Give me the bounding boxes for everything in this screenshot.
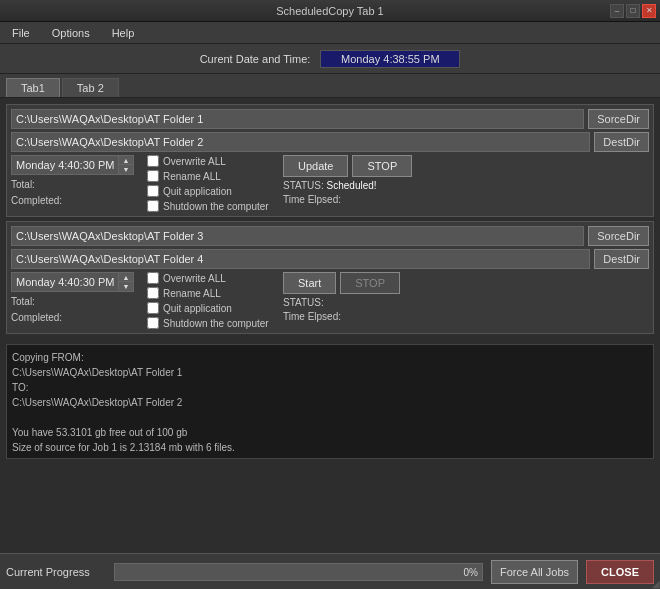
job2-action-buttons: Start STOP [283,272,649,294]
job1-status-label: STATUS: [283,180,324,191]
job2-time-input[interactable] [11,272,119,292]
job1-dest-dir-button[interactable]: DestDir [594,132,649,152]
job2-start-button[interactable]: Start [283,272,336,294]
job1-time-elapsed: Time Elpsed: [283,194,649,205]
resize-grip[interactable]: ◢ [648,577,660,589]
datetime-display: Monday 4:38:55 PM [320,50,460,68]
footer-bar: Current Progress 0% Force All Jobs CLOSE [0,553,660,589]
tabs-bar: Tab1 Tab 2 [0,74,660,98]
job1-stop-button[interactable]: STOP [352,155,412,177]
job1-time-picker: ▲ ▼ Total: Completed: [11,155,141,209]
job1-update-button[interactable]: Update [283,155,348,177]
tab-2[interactable]: Tab 2 [62,78,119,97]
job2-rename-all-row: Rename ALL [147,287,277,299]
job2-overwrite-all-checkbox[interactable] [147,272,159,284]
force-all-jobs-button[interactable]: Force All Jobs [491,560,578,584]
job1-rename-all-label: Rename ALL [163,171,221,182]
job1-dest-input[interactable] [11,132,590,152]
close-button[interactable]: CLOSE [586,560,654,584]
job2-quit-app-row: Quit application [147,302,277,314]
job2-total-label: Total: [11,294,141,310]
job1-time-spinner: ▲ ▼ [119,155,134,175]
job2-dest-input[interactable] [11,249,590,269]
job1-shutdown-row: Shutdown the computer [147,200,277,212]
menu-bar: File Options Help [0,22,660,44]
progress-bar-wrap: 0% [114,563,483,581]
job1-source-input[interactable] [11,109,584,129]
title-bar-text: ScheduledCopy Tab 1 [276,5,383,17]
job2-rename-all-checkbox[interactable] [147,287,159,299]
datetime-label: Curent Date and Time: [200,53,311,65]
job2-status-label: STATUS: [283,297,324,308]
job1-rename-all-checkbox[interactable] [147,170,159,182]
job2-dest-row: DestDir [11,249,649,269]
job1-overwrite-all-checkbox[interactable] [147,155,159,167]
job-1-section: SorceDir DestDir ▲ ▼ Total: Completed: [6,104,654,217]
job2-shutdown-row: Shutdown the computer [147,317,277,329]
job2-completed-label: Completed: [11,310,141,326]
progress-label: Current Progress [6,566,106,578]
progress-pct: 0% [464,566,478,577]
job2-source-dir-button[interactable]: SorceDir [588,226,649,246]
job2-time-picker: ▲ ▼ Total: Completed: [11,272,141,326]
job-2-section: SorceDir DestDir ▲ ▼ Total: Completed: [6,221,654,334]
tab-1[interactable]: Tab1 [6,78,60,97]
job2-shutdown-checkbox[interactable] [147,317,159,329]
maximize-button[interactable]: □ [626,4,640,18]
title-bar-controls: – □ ✕ [610,4,656,18]
job2-shutdown-label: Shutdown the computer [163,318,269,329]
job1-checkboxes: Overwrite ALL Rename ALL Quit applicatio… [147,155,277,212]
job1-controls-row: ▲ ▼ Total: Completed: Overwrite ALL Rena… [11,155,649,212]
job1-totals: Total: Completed: [11,177,141,209]
job2-dest-dir-button[interactable]: DestDir [594,249,649,269]
job2-time-spinner: ▲ ▼ [119,272,134,292]
job2-time-elapsed: Time Elpsed: [283,311,649,322]
job2-time-spin-down[interactable]: ▼ [119,282,133,291]
job2-action-area: Start STOP STATUS: Time Elpsed: [283,272,649,322]
job2-time-input-wrap: ▲ ▼ [11,272,141,292]
job2-rename-all-label: Rename ALL [163,288,221,299]
job2-quit-app-label: Quit application [163,303,232,314]
job1-time-input[interactable] [11,155,119,175]
job2-overwrite-all-label: Overwrite ALL [163,273,226,284]
job1-overwrite-all-label: Overwrite ALL [163,156,226,167]
job1-completed-label: Completed: [11,193,141,209]
job2-quit-app-checkbox[interactable] [147,302,159,314]
job1-overwrite-all-row: Overwrite ALL [147,155,277,167]
job1-total-label: Total: [11,177,141,193]
job1-action-buttons: Update STOP [283,155,649,177]
job1-shutdown-checkbox[interactable] [147,200,159,212]
job2-totals: Total: Completed: [11,294,141,326]
job2-time-spin-up[interactable]: ▲ [119,273,133,282]
job1-dest-row: DestDir [11,132,649,152]
job2-stop-button[interactable]: STOP [340,272,400,294]
job1-source-dir-button[interactable]: SorceDir [588,109,649,129]
main-content: SorceDir DestDir ▲ ▼ Total: Completed: [0,98,660,340]
job2-status-row: STATUS: [283,297,649,308]
menu-file[interactable]: File [4,25,38,41]
job1-quit-app-label: Quit application [163,186,232,197]
job1-time-spin-up[interactable]: ▲ [119,156,133,165]
job1-status-row: STATUS: Scheduled! [283,180,649,191]
header-bar: Curent Date and Time: Monday 4:38:55 PM [0,44,660,74]
job2-source-row: SorceDir [11,226,649,246]
job2-controls-row: ▲ ▼ Total: Completed: Overwrite ALL Rena… [11,272,649,329]
job1-quit-app-checkbox[interactable] [147,185,159,197]
job2-source-input[interactable] [11,226,584,246]
job2-checkboxes: Overwrite ALL Rename ALL Quit applicatio… [147,272,277,329]
job1-shutdown-label: Shutdown the computer [163,201,269,212]
menu-help[interactable]: Help [104,25,143,41]
job1-action-area: Update STOP STATUS: Scheduled! Time Elps… [283,155,649,205]
job1-time-spin-down[interactable]: ▼ [119,165,133,174]
job1-time-input-wrap: ▲ ▼ [11,155,141,175]
job1-source-row: SorceDir [11,109,649,129]
job1-status-value: Scheduled! [327,180,377,191]
title-bar: ScheduledCopy Tab 1 – □ ✕ [0,0,660,22]
job1-quit-app-row: Quit application [147,185,277,197]
window-close-button[interactable]: ✕ [642,4,656,18]
menu-options[interactable]: Options [44,25,98,41]
minimize-button[interactable]: – [610,4,624,18]
job1-rename-all-row: Rename ALL [147,170,277,182]
log-area[interactable]: Copying FROM:C:\Users\WAQAx\Desktop\AT F… [6,344,654,459]
job2-overwrite-all-row: Overwrite ALL [147,272,277,284]
